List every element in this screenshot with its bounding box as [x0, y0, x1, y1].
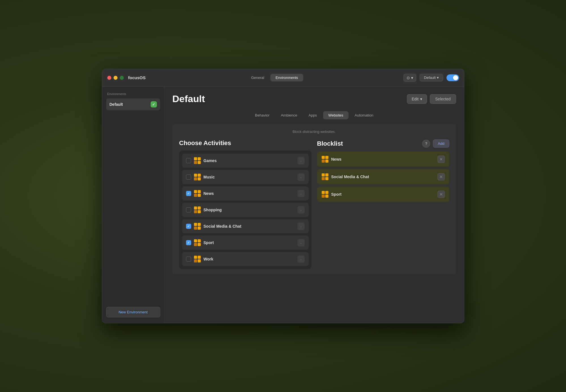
header-actions: Edit ▾ Selected	[407, 94, 456, 104]
panel-header: Default Edit ▾ Selected	[172, 93, 456, 104]
minimize-button[interactable]	[114, 76, 118, 80]
maximize-button[interactable]	[120, 76, 124, 80]
blocklist-social-icon	[322, 173, 328, 180]
list-item[interactable]: Music ⌄	[182, 170, 309, 184]
news-checkbox[interactable]	[186, 191, 191, 196]
new-environment-button[interactable]: New Environment	[106, 307, 160, 317]
tabs-bar: Behavior Ambience Apps Websites Automati…	[172, 111, 456, 119]
expand-icon[interactable]: ⌄	[297, 223, 305, 230]
expand-icon[interactable]: ⌄	[297, 206, 305, 214]
blocklist-column: Blocklist ? Add News	[317, 139, 449, 269]
remove-sport-button[interactable]: ✕	[437, 191, 445, 198]
more-icon: ⊙	[407, 76, 410, 80]
main-toggle[interactable]	[447, 74, 459, 81]
games-icon	[194, 157, 201, 164]
expand-icon[interactable]: ⌄	[297, 157, 305, 164]
edit-button[interactable]: Edit ▾	[407, 94, 427, 104]
social-media-icon	[194, 223, 201, 230]
profile-label: Default	[424, 76, 435, 80]
chevron-down-icon: ▾	[411, 76, 413, 80]
tab-automation[interactable]: Automation	[350, 111, 379, 119]
profile-button[interactable]: Default ▾	[420, 74, 443, 81]
activities-column: Choose Activities Games ⌄	[179, 139, 311, 269]
remove-social-button[interactable]: ✕	[437, 173, 445, 180]
close-button[interactable]	[107, 76, 111, 80]
work-checkbox[interactable]	[186, 257, 191, 262]
expand-icon[interactable]: ⌄	[297, 173, 305, 181]
news-icon	[194, 190, 201, 197]
list-item: Social Media & Chat ✕	[317, 169, 449, 184]
games-checkbox[interactable]	[186, 158, 191, 163]
edit-label: Edit	[412, 97, 418, 101]
sport-checkbox[interactable]	[186, 240, 191, 245]
app-title: focusOS	[128, 75, 146, 80]
activity-label: Social Media & Chat	[204, 224, 294, 229]
main-content: Environments Default New Environment Def…	[102, 87, 464, 323]
activity-label: News	[204, 191, 294, 196]
shopping-icon	[194, 206, 201, 213]
expand-icon[interactable]: ⌄	[297, 239, 305, 246]
title-bar-right: ⊙ ▾ Default ▾	[403, 74, 459, 82]
activity-label: Shopping	[204, 208, 294, 212]
title-bar: focusOS General Environments ⊙ ▾ Default…	[102, 69, 464, 87]
block-subtitle: Block distracting websites.	[179, 130, 449, 134]
selected-button[interactable]: Selected	[430, 94, 456, 104]
list-item[interactable]: Games ⌄	[182, 154, 309, 168]
two-col-layout: Choose Activities Games ⌄	[179, 139, 449, 269]
tab-apps[interactable]: Apps	[304, 111, 322, 119]
sport-icon	[194, 239, 201, 246]
sidebar-footer: New Environment	[106, 307, 160, 317]
edit-chevron-icon: ▾	[420, 97, 422, 101]
sidebar-label: Environments	[106, 92, 160, 96]
blocklist-item-label: Sport	[331, 192, 435, 197]
blocklist-item-label: Social Media & Chat	[331, 175, 435, 179]
activity-label: Work	[204, 257, 294, 261]
tab-behavior[interactable]: Behavior	[250, 111, 275, 119]
list-item[interactable]: News ⌄	[182, 186, 309, 201]
list-item[interactable]: Shopping ⌄	[182, 203, 309, 217]
music-checkbox[interactable]	[186, 175, 191, 180]
music-icon	[194, 174, 201, 180]
sidebar: Environments Default New Environment	[102, 87, 165, 323]
title-bar-tabs: General Environments	[246, 74, 303, 81]
activity-label: Music	[204, 175, 294, 179]
list-item[interactable]: Sport ⌄	[182, 236, 309, 250]
tab-websites[interactable]: Websites	[323, 111, 348, 119]
activity-label: Sport	[204, 240, 294, 245]
blocklist-items: News ✕ Social Media & Chat ✕	[317, 152, 449, 202]
right-panel: Default Edit ▾ Selected Behavior Ambienc…	[165, 87, 464, 323]
profile-chevron-icon: ▾	[437, 76, 439, 80]
tab-environments[interactable]: Environments	[270, 74, 303, 81]
blocklist-item-label: News	[331, 157, 435, 161]
list-item[interactable]: Work ⌄	[182, 252, 309, 266]
work-icon	[194, 256, 201, 262]
blocklist-news-icon	[322, 156, 328, 163]
activity-label: Games	[204, 158, 294, 163]
shopping-checkbox[interactable]	[186, 207, 191, 212]
app-window: focusOS General Environments ⊙ ▾ Default…	[102, 69, 464, 323]
tab-general[interactable]: General	[246, 74, 269, 81]
more-button[interactable]: ⊙ ▾	[403, 74, 416, 82]
sidebar-check-icon	[151, 101, 157, 107]
list-item[interactable]: Social Media & Chat ⌄	[182, 219, 309, 233]
blocklist-title: Blocklist	[317, 140, 343, 147]
tab-ambience[interactable]: Ambience	[276, 111, 302, 119]
add-button[interactable]: Add	[433, 139, 449, 148]
help-button[interactable]: ?	[422, 140, 430, 148]
activity-list: Games ⌄ Music ⌄	[179, 151, 311, 269]
blocklist-sport-icon	[322, 191, 328, 198]
sidebar-item-default[interactable]: Default	[106, 98, 160, 110]
sidebar-item-label: Default	[110, 102, 123, 107]
inner-panel: Block distracting websites. Choose Activ…	[172, 124, 456, 275]
expand-icon[interactable]: ⌄	[297, 255, 305, 263]
remove-news-button[interactable]: ✕	[437, 156, 445, 163]
expand-icon[interactable]: ⌄	[297, 190, 305, 197]
page-title: Default	[172, 93, 205, 104]
list-item: Sport ✕	[317, 187, 449, 202]
traffic-lights	[107, 76, 124, 80]
social-media-checkbox[interactable]	[186, 224, 191, 229]
blocklist-header: Blocklist ? Add	[317, 139, 449, 148]
activities-title: Choose Activities	[179, 139, 311, 147]
list-item: News ✕	[317, 152, 449, 167]
